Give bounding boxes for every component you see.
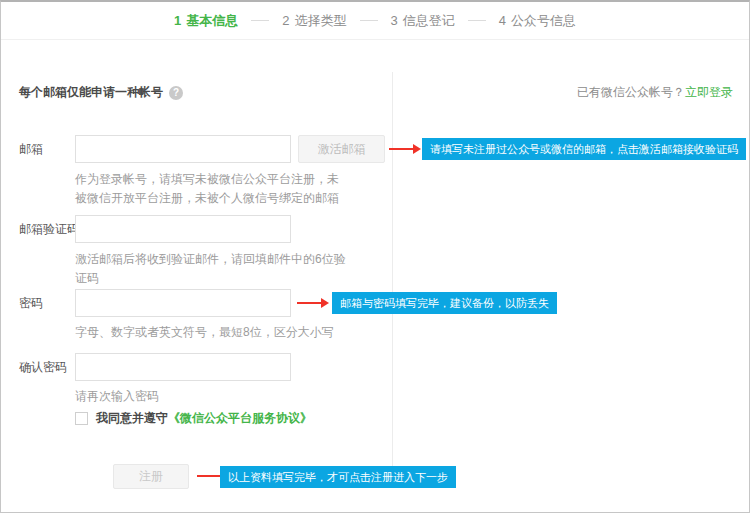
step-account-info: 4 公众号信息	[499, 12, 576, 30]
confirm-password-label: 确认密码	[19, 353, 67, 381]
help-icon[interactable]: ?	[169, 86, 183, 100]
red-arrow-icon	[389, 144, 421, 154]
email-code-help-text: 激活邮箱后将收到验证邮件，请回填邮件中的6位验证码	[75, 250, 347, 288]
login-prompt-text: 已有微信公众帐号？	[577, 85, 685, 99]
step-number: 1	[174, 13, 181, 28]
registration-page: 1 基本信息 2 选择类型 3 信息登记 4 公众号信息 每个邮箱仅能申请一种帐…	[0, 0, 750, 513]
register-button[interactable]: 注册	[113, 464, 189, 489]
step-label: 基本信息	[186, 12, 238, 30]
step-label: 公众号信息	[511, 12, 576, 30]
email-code-label: 邮箱验证码	[19, 215, 79, 243]
email-limit-note: 每个邮箱仅能申请一种帐号 ?	[19, 84, 183, 101]
step-account-type: 2 选择类型	[282, 12, 346, 30]
step-number: 3	[391, 13, 398, 28]
confirm-password-input[interactable]	[75, 353, 291, 381]
note-text: 每个邮箱仅能申请一种帐号	[19, 84, 163, 101]
step-basic-info: 1 基本信息	[174, 12, 238, 30]
vertical-divider	[392, 72, 393, 484]
confirm-password-help-text: 请再次输入密码	[75, 387, 347, 406]
agreement-prefix: 我同意并遵守	[96, 411, 168, 425]
password-input[interactable]	[75, 289, 291, 317]
step-separator	[468, 20, 486, 21]
password-annotation-tooltip: 邮箱与密码填写完毕，建议备份，以防丢失	[332, 292, 557, 314]
email-code-input[interactable]	[75, 215, 291, 243]
step-separator	[251, 20, 269, 21]
agreement-checkbox[interactable]	[75, 412, 88, 425]
email-label: 邮箱	[19, 135, 43, 163]
login-now-link[interactable]: 立即登录	[685, 85, 733, 99]
step-label: 信息登记	[403, 12, 455, 30]
password-label: 密码	[19, 289, 43, 317]
step-number: 2	[282, 13, 289, 28]
email-annotation-tooltip: 请填写未注册过公众号或微信的邮箱，点击激活邮箱接收验证码	[422, 138, 746, 160]
service-agreement-link[interactable]: 《微信公众平台服务协议》	[168, 411, 312, 425]
email-input[interactable]	[75, 135, 291, 163]
existing-account-prompt: 已有微信公众帐号？立即登录	[577, 84, 733, 101]
activate-email-button[interactable]: 激活邮箱	[298, 135, 385, 163]
password-help-text: 字母、数字或者英文符号，最短8位，区分大小写	[75, 323, 375, 342]
register-annotation-tooltip: 以上资料填写完毕，才可点击注册进入下一步	[220, 466, 456, 488]
step-label: 选择类型	[295, 12, 347, 30]
red-arrow-icon	[297, 298, 329, 308]
step-number: 4	[499, 13, 506, 28]
agreement-text: 我同意并遵守《微信公众平台服务协议》	[96, 410, 312, 427]
step-separator	[360, 20, 378, 21]
stepper: 1 基本信息 2 选择类型 3 信息登记 4 公众号信息	[1, 2, 749, 40]
step-info-registration: 3 信息登记	[391, 12, 455, 30]
email-help-text: 作为登录帐号，请填写未被微信公众平台注册，未被微信开放平台注册，未被个人微信号绑…	[75, 170, 347, 208]
